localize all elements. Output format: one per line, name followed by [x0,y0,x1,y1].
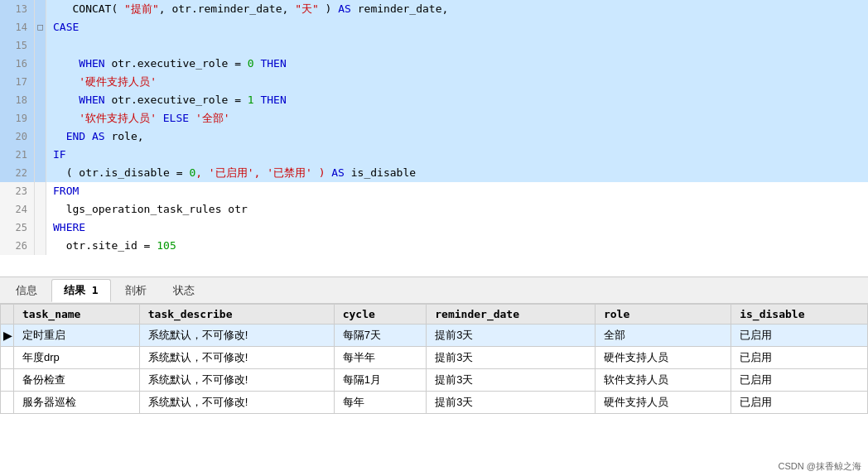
cell-role: 全部 [595,325,731,347]
code-line-14: 14□CASE [0,18,868,36]
col-header-task_describe: task_describe [139,305,334,325]
collapse-indicator [35,73,46,91]
line-number: 23 [0,182,35,200]
code-line-20: 20 END AS role, [0,127,868,146]
line-content: '硬件支持人员' [46,73,868,91]
cell-is_disable: 已启用 [731,369,868,392]
col-header-cycle: cycle [334,305,427,325]
tabs-bar: 信息结果 1剖析状态 [0,277,868,304]
code-line-18: 18 WHEN otr.executive_role = 1 THEN [0,91,868,109]
collapse-indicator [35,0,46,18]
cell-is_disable: 已启用 [731,347,868,369]
cell-is_disable: 已启用 [731,392,868,414]
cell-reminder_date: 提前3天 [427,392,596,414]
line-number: 22 [0,164,35,182]
collapse-indicator [35,109,46,127]
tab-状态[interactable]: 状态 [161,279,207,302]
tab-结果 1[interactable]: 结果 1 [51,279,111,302]
results-area: task_nametask_describecyclereminder_date… [0,304,868,476]
code-line-23: 23FROM [0,182,868,200]
line-content: CASE [46,18,868,36]
code-line-19: 19 '软件支持人员' ELSE '全部' [0,109,868,127]
line-number: 20 [0,127,35,146]
line-content: ( otr.is_disable = 0, '已启用', '已禁用' ) AS … [46,164,868,182]
row-indicator [1,347,14,369]
line-number: 13 [0,0,35,18]
row-indicator: ▶ [1,325,14,347]
tab-剖析[interactable]: 剖析 [113,279,159,302]
col-header-role: role [595,305,731,325]
line-content: WHEN otr.executive_role = 0 THEN [46,55,868,73]
line-content: WHERE [46,219,868,237]
cell-is_disable: 已启用 [731,325,868,347]
cell-task_name: 年度drp [14,347,140,369]
tab-信息[interactable]: 信息 [3,279,50,302]
code-line-25: 25WHERE [0,219,868,237]
line-content: WHEN otr.executive_role = 1 THEN [46,91,868,109]
line-number: 25 [0,219,35,237]
collapse-indicator [35,237,46,255]
line-content: END AS role, [46,127,868,146]
line-number: 24 [0,200,35,219]
line-number: 18 [0,91,35,109]
cell-task_describe: 系统默认，不可修改! [139,347,334,369]
line-number: 16 [0,55,35,73]
line-content: '软件支持人员' ELSE '全部' [46,109,868,127]
code-line-21: 21IF [0,146,868,164]
cell-cycle: 每半年 [334,347,427,369]
collapse-indicator [35,91,46,109]
table-row[interactable]: 服务器巡检系统默认，不可修改!每年提前3天硬件支持人员已启用 [1,392,868,414]
code-line-13: 13 CONCAT( "提前", otr.reminder_date, "天" … [0,0,868,18]
code-line-22: 22 ( otr.is_disable = 0, '已启用', '已禁用' ) … [0,164,868,182]
collapse-indicator [35,200,46,219]
code-line-17: 17 '硬件支持人员' [0,73,868,91]
cell-role: 硬件支持人员 [595,347,731,369]
line-number: 21 [0,146,35,164]
watermark: CSDN @抹香鲸之海 [779,460,861,473]
col-header-task_name: task_name [14,305,140,325]
row-indicator [1,392,14,414]
line-number: 14 [0,18,35,36]
collapse-indicator[interactable]: □ [35,18,46,36]
line-content: FROM [46,182,868,200]
collapse-indicator [35,55,46,73]
line-content: lgs_operation_task_rules otr [46,200,868,219]
cell-task_describe: 系统默认，不可修改! [139,392,334,414]
collapse-indicator [35,146,46,164]
collapse-indicator [35,36,46,55]
cell-reminder_date: 提前3天 [427,347,596,369]
col-header-is_disable: is_disable [731,305,868,325]
line-number: 19 [0,109,35,127]
collapse-indicator [35,219,46,237]
cell-role: 硬件支持人员 [595,392,731,414]
cell-cycle: 每年 [334,392,427,414]
cell-role: 软件支持人员 [595,369,731,392]
line-number: 15 [0,36,35,55]
col-header-reminder_date: reminder_date [427,305,596,325]
cell-reminder_date: 提前3天 [427,369,596,392]
line-content: IF [46,146,868,164]
line-content: otr.site_id = 105 [46,237,868,255]
cell-cycle: 每隔7天 [334,325,427,347]
cell-task_describe: 系统默认，不可修改! [139,369,334,392]
line-number: 17 [0,73,35,91]
collapse-indicator [35,182,46,200]
code-editor: 13 CONCAT( "提前", otr.reminder_date, "天" … [0,0,868,277]
row-indicator [1,369,14,392]
cell-task_name: 备份检查 [14,369,140,392]
table-row[interactable]: ▶定时重启系统默认，不可修改!每隔7天提前3天全部已启用 [1,325,868,347]
code-line-26: 26 otr.site_id = 105 [0,237,868,255]
cell-reminder_date: 提前3天 [427,325,596,347]
cell-task_name: 定时重启 [14,325,140,347]
cell-task_name: 服务器巡检 [14,392,140,414]
code-line-15: 15 [0,36,868,55]
cell-cycle: 每隔1月 [334,369,427,392]
cell-task_describe: 系统默认，不可修改! [139,325,334,347]
table-row[interactable]: 备份检查系统默认，不可修改!每隔1月提前3天软件支持人员已启用 [1,369,868,392]
table-row[interactable]: 年度drp系统默认，不可修改!每半年提前3天硬件支持人员已启用 [1,347,868,369]
collapse-indicator [35,164,46,182]
code-line-16: 16 WHEN otr.executive_role = 0 THEN [0,55,868,73]
line-number: 26 [0,237,35,255]
line-content: CONCAT( "提前", otr.reminder_date, "天" ) A… [46,0,868,18]
collapse-indicator [35,127,46,146]
